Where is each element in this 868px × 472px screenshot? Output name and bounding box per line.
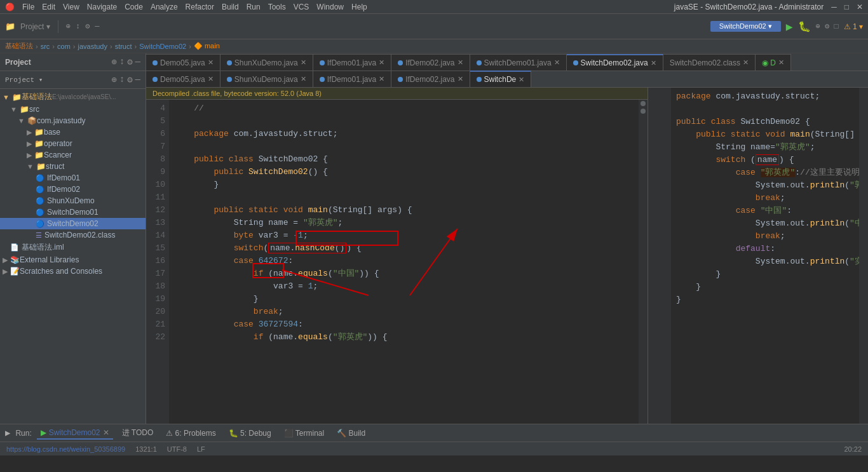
tab2-switchde[interactable]: SwitchDe ✕ (470, 71, 532, 87)
breadcrumb-javastudy[interactable]: javastudy (78, 43, 107, 50)
close-button[interactable]: ✕ (857, 3, 863, 11)
tab2-if2[interactable]: IfDemo02.java ✕ (391, 71, 470, 87)
tree-ifdemo02[interactable]: 🔵 IfDemo02 (0, 184, 146, 195)
right-code-wrapper[interactable]: package com.javastudy.struct; public cla… (648, 88, 868, 424)
menu-vcs[interactable]: VCS (294, 3, 309, 11)
breadcrumb-root[interactable]: 基础语法 (5, 41, 33, 51)
bottom-tab-problems[interactable]: ⚠ 6: Problems (162, 428, 219, 439)
tab2-close-if1[interactable]: ✕ (379, 75, 384, 83)
menu-refactor[interactable]: Refactor (186, 3, 214, 11)
tab-sw02[interactable]: SwitchDemo02.java ✕ (567, 54, 663, 71)
tree-switchdemo02[interactable]: 🔵 SwitchDemo02 (0, 218, 146, 229)
tab-close-d[interactable]: ✕ (778, 58, 784, 67)
tree-shunxudemo[interactable]: 🔵 ShunXuDemo (0, 195, 146, 206)
tab2-close-switchde[interactable]: ✕ (519, 76, 524, 84)
menu-view[interactable]: View (63, 3, 79, 11)
menu-help[interactable]: Help (351, 3, 367, 11)
tab-close-demo05[interactable]: ✕ (208, 58, 214, 67)
java-icon-shun: 🔵 (36, 197, 44, 205)
tab-sw01[interactable]: SwitchDemo01.java ✕ (470, 54, 567, 71)
tree-com-javastudy[interactable]: ▼ 📦 com.javastudy (0, 115, 146, 126)
toolbar-icon3[interactable]: ⚙ (85, 22, 90, 31)
breadcrumb-src[interactable]: src (41, 43, 50, 50)
sidebar-header2: Project ▾ ⊕ ↕ ⚙ — (0, 71, 146, 89)
tab-d[interactable]: ◉ D ✕ (756, 54, 791, 71)
menu-edit[interactable]: Edit (42, 3, 55, 11)
tree-ifdemo01[interactable]: 🔵 IfDemo01 (0, 172, 146, 184)
tab-ifdemo02[interactable]: IfDemo02.java ✕ (391, 54, 470, 71)
warning-badge[interactable]: ⚠ 1 ▾ (844, 22, 863, 31)
tree-switchdemo01[interactable]: 🔵 SwitchDemo01 (0, 206, 146, 218)
tree-base[interactable]: ▶ 📁 base (0, 126, 146, 138)
sidebar-icon-add[interactable]: ⊕ (111, 57, 116, 67)
bottom-tab-todo[interactable]: 进 TODO (118, 426, 158, 440)
minimize-button[interactable]: ─ (831, 3, 837, 11)
switch-name-highlight: name (756, 154, 779, 165)
tab-close-if1[interactable]: ✕ (379, 58, 384, 67)
menu-tools[interactable]: Tools (268, 3, 286, 11)
sidebar-icon-minimize[interactable]: — (135, 57, 140, 67)
toolbar-icon4[interactable]: — (95, 22, 99, 31)
status-csdn-url[interactable]: https://blog.csdn.net/weixin_50356899 (6, 445, 125, 453)
sidebar-icon2-gear[interactable]: ⚙ (127, 74, 132, 85)
tree-ext-libraries[interactable]: ▶ 📚 External Libraries (0, 254, 146, 266)
maximize-button[interactable]: □ (844, 3, 849, 11)
tree-operator[interactable]: ▶ 📁 operator (0, 138, 146, 149)
sidebar-icon-gear[interactable]: ⚙ (127, 57, 132, 67)
tree-scratches[interactable]: ▶ 📝 Scratches and Consoles (0, 266, 146, 277)
bottom-tab-build[interactable]: 🔨 Build (333, 428, 369, 439)
tab2-close-shunxu[interactable]: ✕ (301, 75, 306, 83)
bottom-tab-terminal[interactable]: ⬛ Terminal (280, 428, 328, 439)
iml-icon: 📄 (10, 243, 19, 252)
breadcrumb-switchdemo02[interactable]: SwitchDemo02 (139, 43, 186, 50)
tree-project-root[interactable]: ▼ 📁 基础语法 E:\java\code\javaSE\... (0, 90, 146, 104)
menu-file[interactable]: File (22, 3, 34, 11)
tab-sw02class[interactable]: SwitchDemo02.class ✕ (663, 54, 756, 71)
left-code-wrapper[interactable]: 45678910111213141516171819202122 // pack… (146, 100, 648, 424)
tab2-demo05[interactable]: Demo05.java ✕ (146, 71, 220, 87)
bottom-tab-debug[interactable]: 🐛 5: Debug (225, 428, 275, 439)
bottom-tab-run-close[interactable]: ✕ (103, 428, 109, 437)
tab-close-shunxu[interactable]: ✕ (301, 58, 306, 67)
toolbar-icon1[interactable]: ⊕ (66, 22, 71, 31)
tab2-label-shunxu: ShunXuDemo.java (234, 75, 298, 84)
tab-demo05[interactable]: Demo05.java ✕ (146, 54, 220, 71)
toolbar-icon2[interactable]: ↕ (76, 22, 80, 31)
tree-struct[interactable]: ▼ 📁 struct (0, 161, 146, 172)
debug-button[interactable]: 🐛 (798, 20, 811, 33)
tab-close-sw02class[interactable]: ✕ (743, 58, 749, 67)
bottom-tab-run[interactable]: ▶ SwitchDemo02 ✕ (37, 427, 113, 440)
tab-close-if2[interactable]: ✕ (458, 58, 463, 67)
menu-analyze[interactable]: Analyze (151, 3, 178, 11)
menu-run[interactable]: Run (247, 3, 261, 11)
sidebar-icon-sync[interactable]: ↕ (119, 57, 125, 67)
breadcrumb-main[interactable]: 🔶 main (194, 42, 220, 50)
right-gutter (859, 88, 868, 424)
menu-code[interactable]: Code (125, 3, 143, 11)
tree-scancer[interactable]: ▶ 📁 Scancer (0, 149, 146, 161)
bottom-tab-terminal-label: ⬛ Terminal (284, 429, 324, 438)
sidebar-icon2-minimize[interactable]: — (135, 74, 140, 85)
tab-shunxu[interactable]: ShunXuDemo.java ✕ (220, 54, 313, 71)
sidebar-icon2-sync[interactable]: ↕ (119, 74, 125, 85)
tab2-close-demo05[interactable]: ✕ (208, 75, 214, 83)
tab2-close-if2[interactable]: ✕ (458, 75, 463, 83)
tab2-if1[interactable]: IfDemo01.java ✕ (313, 71, 391, 87)
menu-navigate[interactable]: Navigate (87, 3, 117, 11)
tree-switchdemo02-class[interactable]: ☰ SwitchDemo02.class (0, 229, 146, 241)
menu-window[interactable]: Window (316, 3, 344, 11)
run-button[interactable]: ▶ (786, 20, 793, 34)
run-config-select[interactable]: SwitchDemo02 ▾ (710, 21, 781, 32)
right-code-text[interactable]: package com.javastudy.struct; public cla… (671, 88, 859, 424)
left-code-text[interactable]: // package com.javastudy.struct; public … (169, 100, 639, 424)
breadcrumb-struct[interactable]: struct (115, 43, 132, 50)
tree-iml[interactable]: 📄 基础语法.iml (0, 241, 146, 254)
tree-src[interactable]: ▼ 📁 src (0, 104, 146, 115)
breadcrumb-com[interactable]: com (57, 43, 71, 50)
tab2-shunxu[interactable]: ShunXuDemo.java ✕ (220, 71, 313, 87)
menu-build[interactable]: Build (222, 3, 239, 11)
sidebar-icon2-add[interactable]: ⊕ (111, 74, 116, 85)
tab-ifdemo01[interactable]: IfDemo01.java ✕ (313, 54, 391, 71)
tab-close-sw01[interactable]: ✕ (554, 58, 560, 67)
tab-close-sw02[interactable]: ✕ (651, 59, 656, 67)
